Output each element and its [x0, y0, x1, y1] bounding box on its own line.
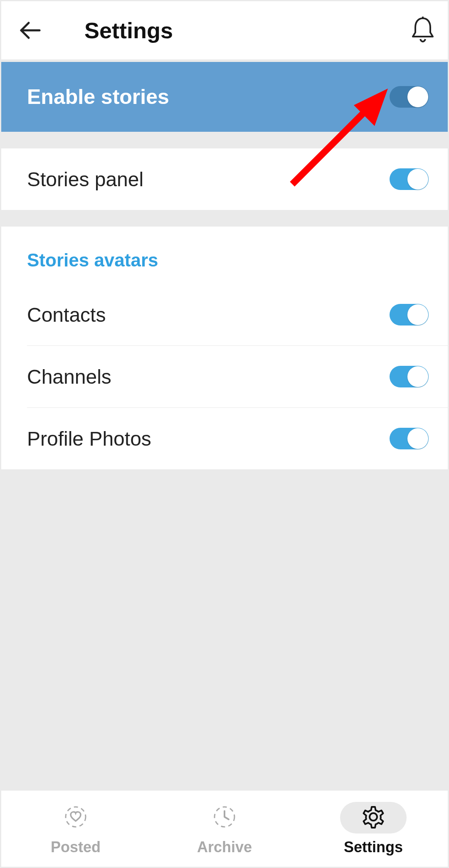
enable-stories-label: Enable stories	[27, 85, 169, 109]
gear-icon	[362, 805, 385, 830]
profile-photos-toggle[interactable]	[390, 428, 429, 449]
nav-settings-label: Settings	[344, 838, 403, 856]
toggle-knob	[407, 366, 428, 387]
toggle-knob	[407, 428, 428, 449]
contacts-label: Contacts	[27, 303, 106, 326]
nav-posted[interactable]: Posted	[1, 791, 150, 867]
page-title: Settings	[84, 17, 410, 43]
bell-icon	[410, 16, 435, 43]
profile-photos-row[interactable]: Profile Photos	[1, 408, 448, 469]
channels-row[interactable]: Channels	[1, 346, 448, 407]
channels-toggle[interactable]	[390, 366, 429, 387]
stories-avatars-section: Stories avatars Contacts Channels Profil…	[1, 227, 448, 469]
stories-panel-label: Stories panel	[27, 168, 143, 191]
arrow-left-icon	[18, 18, 43, 43]
contacts-toggle[interactable]	[390, 304, 429, 326]
profile-photos-label: Profile Photos	[27, 427, 151, 450]
app-header: Settings	[1, 1, 448, 59]
clock-dashed-icon	[213, 805, 236, 830]
enable-stories-toggle[interactable]	[390, 86, 429, 108]
bottom-nav: Posted Archive	[1, 790, 448, 867]
stories-panel-toggle[interactable]	[390, 168, 429, 190]
nav-archive-label: Archive	[197, 838, 252, 856]
svg-point-6	[370, 813, 377, 821]
svg-point-4	[66, 807, 86, 827]
heart-dashed-icon	[64, 805, 87, 830]
channels-label: Channels	[27, 365, 111, 388]
toggle-knob	[407, 169, 428, 190]
toggle-knob	[407, 304, 428, 325]
contacts-row[interactable]: Contacts	[1, 284, 448, 345]
nav-archive[interactable]: Archive	[150, 791, 299, 867]
stories-avatars-heading: Stories avatars	[1, 250, 448, 284]
stories-panel-row[interactable]: Stories panel	[1, 148, 448, 210]
back-button[interactable]	[18, 18, 43, 43]
notifications-button[interactable]	[410, 16, 435, 45]
toggle-knob	[407, 86, 428, 107]
enable-stories-row[interactable]: Enable stories	[1, 62, 448, 132]
nav-posted-label: Posted	[51, 838, 101, 856]
nav-settings[interactable]: Settings	[299, 791, 448, 867]
